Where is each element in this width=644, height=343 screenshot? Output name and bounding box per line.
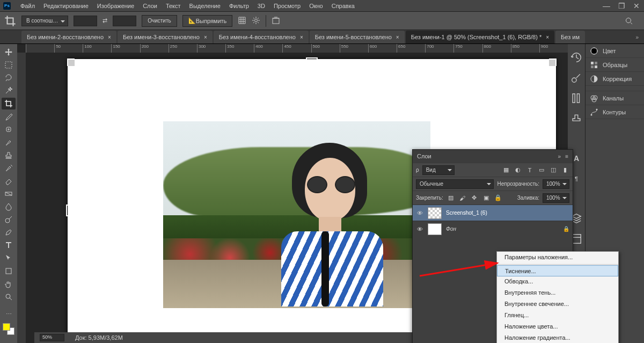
brushes-icon[interactable] [570,92,582,104]
delete-cropped-icon[interactable] [272,16,280,26]
menu-filter[interactable]: Фильтр [225,0,253,12]
history-brush-tool[interactable] [2,162,16,174]
crop-handle-lc[interactable] [66,205,69,216]
swap-icon[interactable]: ⇄ [103,17,107,24]
tab-doc-4[interactable]: Без имени-4-восстановлено× [214,31,309,43]
layer-thumbnail[interactable] [428,207,442,219]
layers-panel-header[interactable]: Слои » ≡ [413,150,573,163]
menu-layers[interactable]: Слои [138,0,162,12]
filter-adjust-icon[interactable]: ◐ [514,166,522,174]
gear-icon[interactable] [252,16,260,26]
blend-mode-dropdown[interactable]: Обычные [416,179,494,189]
filter-shape-icon[interactable]: ▭ [537,166,546,174]
layer-row[interactable]: 👁 Screenshot_1 (6) [413,205,573,221]
gradient-tool[interactable] [2,188,16,200]
close-icon[interactable]: × [108,34,111,40]
dodge-tool[interactable] [2,214,16,225]
crop-ratio-dropdown[interactable]: В соотнош… [21,16,68,26]
context-menu-item[interactable]: Параметры наложения... [497,252,618,263]
layer-row[interactable]: 👁 Фон 🔒 [413,221,573,237]
tab-doc-5[interactable]: Без имени-5-восстановлено× [310,31,405,43]
panel-collapse-icon[interactable]: » [558,154,561,159]
filter-toggle-icon[interactable]: ▮ [561,166,569,174]
menu-window[interactable]: Окно [305,0,327,12]
panel-channels[interactable]: Каналы [586,91,644,105]
marquee-tool[interactable] [2,59,16,71]
clear-button[interactable]: Очистить [142,15,177,27]
hand-tool[interactable] [2,278,16,290]
lock-pixels-icon[interactable]: 🖌 [458,194,467,202]
tab-overflow-icon[interactable]: » [631,31,643,43]
panel-swatches[interactable]: Образцы [586,58,644,72]
menu-3d[interactable]: 3D [253,0,269,12]
filter-type-icon[interactable]: T [525,166,534,174]
filter-pixel-icon[interactable]: ▦ [502,166,510,174]
pen-tool[interactable] [2,227,16,238]
close-icon[interactable]: × [546,34,549,40]
move-tool[interactable] [2,46,16,58]
menu-view[interactable]: Просмотр [269,0,305,12]
menu-file[interactable]: Файл [16,0,39,12]
tab-doc-2[interactable]: Без имени-2-восстановлено× [21,31,116,43]
context-menu-item[interactable]: Тиснение... [497,265,618,276]
fill-value[interactable]: 100% [543,193,569,203]
zoom-tool[interactable] [2,291,16,303]
history-icon[interactable] [570,52,582,63]
tab-doc-overflow[interactable]: Без им [555,31,585,43]
window-close-icon[interactable]: ✕ [629,0,644,12]
context-menu-item[interactable]: Наложение цвета... [497,321,618,332]
crop-handle-tr[interactable] [549,59,557,66]
menu-select[interactable]: Выделение [185,0,225,12]
type-tool[interactable] [2,239,16,251]
close-icon[interactable]: × [300,34,303,40]
search-icon[interactable] [618,17,640,25]
menu-image[interactable]: Изображение [93,0,138,12]
eyedropper-tool[interactable] [2,111,16,122]
close-icon[interactable]: × [396,34,399,40]
lock-artboard-icon[interactable]: ▣ [482,194,491,202]
opacity-value[interactable]: 100% [543,179,569,189]
brush-settings-icon[interactable] [570,72,582,84]
lock-all-icon[interactable]: 🔒 [494,194,502,202]
brush-tool[interactable] [2,136,16,148]
lasso-tool[interactable] [2,72,16,84]
crop-handle-tl[interactable] [67,59,75,66]
panel-paths[interactable]: Контуры [586,105,644,119]
foreground-color-swatch[interactable] [3,323,10,331]
panel-menu-icon[interactable]: ≡ [565,154,568,159]
wand-tool[interactable] [2,85,16,97]
menu-text[interactable]: Текст [162,0,185,12]
straighten-button[interactable]: 📐 Выпрямить [182,15,233,27]
blur-tool[interactable] [2,201,16,213]
lock-transparency-icon[interactable]: ▨ [447,194,455,202]
context-menu-item[interactable]: Внутренняя тень... [497,287,618,298]
panel-adjustments[interactable]: Коррекция [586,72,644,86]
layer-name[interactable]: Фон [446,226,456,232]
lock-position-icon[interactable]: ✥ [470,194,479,202]
shape-tool[interactable] [2,265,16,277]
overlay-grid-icon[interactable] [238,16,246,26]
color-swatches[interactable] [3,323,14,335]
visibility-icon[interactable]: 👁 [416,210,423,216]
clone-source-icon[interactable] [570,113,582,125]
context-menu-item[interactable]: Наложение градиента... [497,332,618,343]
tab-doc-1-active[interactable]: Без имени-1 @ 50% (Screenshot_1 (6), RGB… [406,31,554,43]
crop-handle-tc[interactable] [306,57,318,61]
path-select-tool[interactable] [2,252,16,264]
eraser-tool[interactable] [2,175,16,187]
visibility-icon[interactable]: 👁 [416,226,423,232]
tab-doc-3[interactable]: Без имени-3-восстановлено× [118,31,213,43]
window-minimize-icon[interactable]: — [599,0,614,12]
context-menu-item[interactable]: Глянец... [497,310,618,321]
context-menu-item[interactable]: Обводка... [497,276,618,287]
context-menu-item[interactable]: Внутреннее свечение... [497,298,618,310]
menu-help[interactable]: Справка [327,0,359,12]
crop-tool-icon[interactable] [4,15,16,27]
panel-color[interactable]: Цвет [586,44,644,58]
crop-width-input[interactable] [74,16,97,26]
filter-kind-dropdown[interactable]: Вид [422,165,455,175]
window-restore-icon[interactable]: ❐ [614,0,629,12]
filter-smart-icon[interactable]: ◫ [549,166,558,174]
stamp-tool[interactable] [2,149,16,161]
menu-edit[interactable]: Редактирование [39,0,93,12]
